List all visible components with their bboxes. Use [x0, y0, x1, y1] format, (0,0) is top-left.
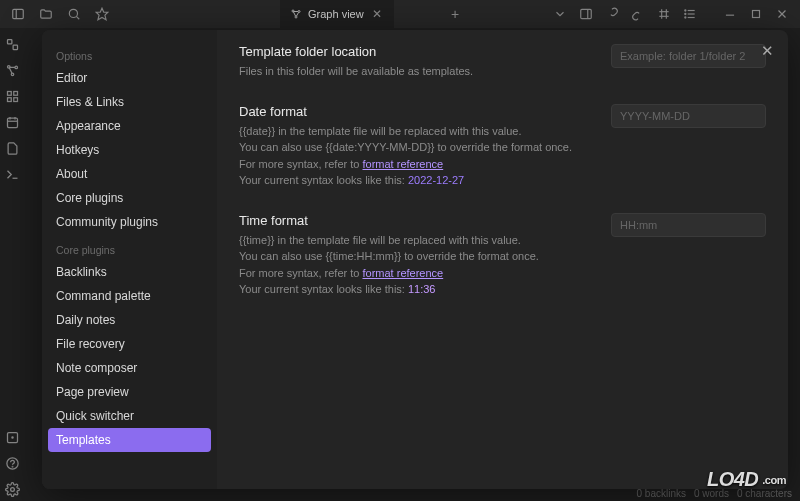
- list-icon[interactable]: [678, 2, 702, 26]
- sidebar-item-editor[interactable]: Editor: [42, 66, 217, 90]
- settings-icon[interactable]: [0, 477, 24, 501]
- sidebar-item-appearance[interactable]: Appearance: [42, 114, 217, 138]
- tab-close-icon[interactable]: ✕: [370, 7, 384, 21]
- search-icon[interactable]: [62, 2, 86, 26]
- svg-rect-37: [13, 97, 17, 101]
- sidebar-item-quick-switcher[interactable]: Quick switcher: [42, 404, 217, 428]
- vault-icon[interactable]: [0, 425, 24, 449]
- folder-icon[interactable]: [34, 2, 58, 26]
- sidebar-toggle-icon[interactable]: [6, 2, 30, 26]
- statusbar: 0 backlinks 0 words 0 characters: [636, 488, 792, 499]
- svg-rect-38: [7, 118, 17, 127]
- graph-icon[interactable]: [0, 58, 24, 82]
- setting-time-format: Time format {{time}} in the template fil…: [239, 213, 766, 298]
- command-icon[interactable]: [0, 162, 24, 186]
- link-in-icon[interactable]: [600, 2, 624, 26]
- format-reference-link[interactable]: format reference: [362, 158, 443, 170]
- sidebar-item-core-plugins[interactable]: Core plugins: [42, 186, 217, 210]
- date-preview: 2022-12-27: [408, 174, 464, 186]
- right-sidebar-toggle-icon[interactable]: [574, 2, 598, 26]
- svg-point-47: [10, 487, 14, 491]
- titlebar-right: [548, 2, 794, 26]
- sidebar-item-command-palette[interactable]: Command palette: [42, 284, 217, 308]
- svg-rect-0: [13, 9, 24, 18]
- setting-title: Template folder location: [239, 44, 591, 59]
- settings-content: ✕ Template folder location Files in this…: [217, 30, 788, 489]
- svg-rect-35: [13, 91, 17, 95]
- templates-ribbon-icon[interactable]: [0, 136, 24, 160]
- setting-desc: {{time}} in the template file will be re…: [239, 232, 591, 298]
- star-icon[interactable]: [90, 2, 114, 26]
- setting-date-format: Date format {{date}} in the template fil…: [239, 104, 766, 189]
- sidebar-item-files-links[interactable]: Files & Links: [42, 90, 217, 114]
- new-tab-button[interactable]: +: [445, 4, 465, 24]
- window-maximize-button[interactable]: [744, 2, 768, 26]
- setting-desc: {{date}} in the template file will be re…: [239, 123, 591, 189]
- graph-tab-icon: [290, 8, 302, 20]
- sidebar-item-backlinks[interactable]: Backlinks: [42, 260, 217, 284]
- tab-title: Graph view: [308, 8, 364, 20]
- setting-desc: Files in this folder will be available a…: [239, 63, 591, 80]
- modal-close-button[interactable]: ✕: [756, 40, 778, 62]
- group-header-options: Options: [42, 44, 217, 66]
- setting-template-folder: Template folder location Files in this f…: [239, 44, 766, 80]
- svg-marker-4: [96, 8, 108, 20]
- svg-point-21: [685, 13, 686, 14]
- sidebar-item-file-recovery[interactable]: File recovery: [42, 332, 217, 356]
- svg-point-2: [69, 9, 77, 17]
- svg-rect-34: [7, 91, 11, 95]
- link-out-icon[interactable]: [626, 2, 650, 26]
- svg-point-44: [11, 436, 12, 437]
- quick-switch-icon[interactable]: [0, 32, 24, 56]
- svg-rect-24: [753, 11, 760, 18]
- canvas-icon[interactable]: [0, 84, 24, 108]
- calendar-icon[interactable]: [0, 110, 24, 134]
- status-chars: 0 characters: [737, 488, 792, 499]
- svg-point-46: [12, 466, 13, 467]
- svg-point-7: [295, 16, 297, 18]
- titlebar: Graph view ✕ +: [0, 0, 800, 28]
- group-header-core-plugins: Core plugins: [42, 238, 217, 260]
- sidebar-item-community-plugins[interactable]: Community plugins: [42, 210, 217, 234]
- window-close-button[interactable]: [770, 2, 794, 26]
- date-format-input[interactable]: [611, 104, 766, 128]
- sidebar-item-about[interactable]: About: [42, 162, 217, 186]
- svg-point-30: [15, 66, 18, 69]
- status-words: 0 words: [694, 488, 729, 499]
- svg-rect-28: [13, 45, 17, 49]
- settings-modal: Options Editor Files & Links Appearance …: [42, 30, 788, 489]
- sidebar-item-page-preview[interactable]: Page preview: [42, 380, 217, 404]
- sidebar-item-note-composer[interactable]: Note composer: [42, 356, 217, 380]
- active-tab[interactable]: Graph view ✕: [280, 0, 394, 28]
- svg-rect-36: [7, 97, 11, 101]
- grid-icon[interactable]: [652, 2, 676, 26]
- status-backlinks: 0 backlinks: [636, 488, 685, 499]
- template-folder-input[interactable]: [611, 44, 766, 68]
- svg-rect-11: [581, 9, 592, 18]
- svg-rect-27: [7, 39, 11, 43]
- svg-point-31: [11, 73, 14, 76]
- window-minimize-button[interactable]: [718, 2, 742, 26]
- time-format-input[interactable]: [611, 213, 766, 237]
- sidebar-item-hotkeys[interactable]: Hotkeys: [42, 138, 217, 162]
- setting-title: Date format: [239, 104, 591, 119]
- sidebar-item-templates[interactable]: Templates: [48, 428, 211, 452]
- svg-line-3: [76, 16, 79, 19]
- svg-point-22: [685, 17, 686, 18]
- setting-title: Time format: [239, 213, 591, 228]
- titlebar-left: [0, 2, 114, 26]
- left-ribbon: [0, 28, 34, 501]
- svg-point-20: [685, 10, 686, 11]
- time-preview: 11:36: [408, 283, 436, 295]
- help-icon[interactable]: [0, 451, 24, 475]
- settings-sidebar: Options Editor Files & Links Appearance …: [42, 30, 217, 489]
- format-reference-link[interactable]: format reference: [362, 267, 443, 279]
- svg-line-9: [294, 12, 296, 16]
- svg-line-10: [297, 13, 299, 17]
- sidebar-item-daily-notes[interactable]: Daily notes: [42, 308, 217, 332]
- svg-line-33: [9, 68, 12, 73]
- svg-point-6: [298, 11, 300, 13]
- chevron-down-icon[interactable]: [548, 2, 572, 26]
